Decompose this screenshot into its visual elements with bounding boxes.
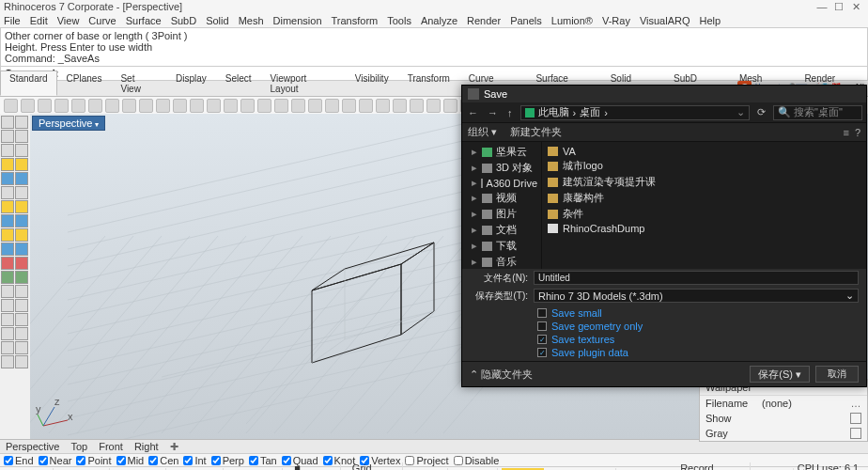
nav-back-button[interactable]: ← [466,107,480,118]
toolbar-button[interactable] [393,99,407,113]
browse-button[interactable]: … [850,398,861,409]
save-option[interactable]: Save textures [537,333,859,346]
toolbar-button[interactable] [38,99,52,113]
view-tab-right[interactable]: Right [134,441,159,452]
save-button[interactable]: 保存(S) ▾ [750,366,810,383]
file-item[interactable]: 杂件 [548,206,860,222]
osnap-cen[interactable]: Cen [148,455,178,466]
view-tab-top[interactable]: Top [70,441,87,452]
checkbox[interactable] [537,335,547,344]
tool-button[interactable] [15,200,28,213]
osnap-int[interactable]: Int [183,455,206,466]
expand-icon[interactable]: ▸ [472,162,478,174]
expand-icon[interactable]: ▸ [472,224,478,236]
tool-button[interactable] [15,243,28,256]
toolbar-button[interactable] [443,99,457,113]
menu-render[interactable]: Render [467,15,501,26]
breadcrumb-item[interactable]: 桌面 [580,105,600,119]
folder-tree[interactable]: ▸坚果云▸3D 对象▸A360 Drive▸视频▸图片▸文档▸下载▸音乐▸桌面 [462,142,542,269]
menu-panels[interactable]: Panels [510,15,542,26]
filetype-dropdown[interactable]: Rhino 7 3D Models (*.3dm)⌄ [534,289,859,303]
tool-button[interactable] [15,158,28,171]
osnap-mid[interactable]: Mid [116,455,145,466]
status-gridsnap[interactable]: Grid Snap [345,462,403,471]
toolbar-button[interactable] [359,99,373,113]
add-view-tab-button[interactable]: ✚ [170,441,178,453]
file-list[interactable]: VA城市logo建筑渲染专项提升课康馨构件杂件RhinoCrashDump [542,142,866,269]
file-item[interactable]: VA [548,145,860,158]
expand-icon[interactable]: ▸ [472,192,478,204]
toolbar-tab-transform[interactable]: Transform [398,70,459,96]
tool-button[interactable] [1,243,14,256]
menu-mesh[interactable]: Mesh [239,15,264,26]
tool-button[interactable] [1,299,14,312]
tool-button[interactable] [1,158,14,171]
tool-button[interactable] [1,144,14,157]
expand-icon[interactable]: ▸ [472,146,478,158]
toolbar-button[interactable] [257,99,271,113]
menu-visualarq[interactable]: VisualARQ [640,15,690,26]
tool-button[interactable] [15,257,28,270]
tool-button[interactable] [1,285,14,298]
window-maximize-button[interactable]: ☐ [830,1,847,13]
tool-button[interactable] [15,116,28,129]
osnap-checkbox[interactable] [211,456,221,465]
save-option[interactable]: Save small [537,306,859,320]
tool-button[interactable] [15,355,28,368]
tree-node[interactable]: ▸视频 [462,190,541,206]
save-option[interactable]: Save geometry only [537,320,859,333]
osnap-checkbox[interactable] [454,456,463,465]
tool-button[interactable] [1,200,14,213]
osnap-near[interactable]: Near [39,455,72,466]
toolbar-tab-display[interactable]: Display [166,70,216,96]
toolbar-button[interactable] [54,99,69,113]
nav-up-button[interactable]: ↑ [505,107,515,118]
menu-transform[interactable]: Transform [332,15,379,26]
toolbar-button[interactable] [308,99,322,113]
checkbox[interactable] [537,321,547,331]
tool-button[interactable] [1,313,14,326]
tool-button[interactable] [1,271,14,284]
menu-view[interactable]: View [57,15,80,26]
toolbar-button[interactable] [376,99,390,113]
toolbar-button[interactable] [325,99,339,113]
toolbar-button[interactable] [156,99,170,113]
menu-curve[interactable]: Curve [88,15,116,26]
breadcrumb-item[interactable]: 此电脑 [538,105,569,119]
toolbar-button[interactable] [88,99,102,113]
osnap-disable[interactable]: Disable [454,455,500,466]
tool-button[interactable] [15,271,28,284]
toolbar-tab-cplanes[interactable]: CPlanes [57,70,112,96]
toolbar-button[interactable] [4,99,18,113]
tool-button[interactable] [15,228,28,242]
osnap-checkbox[interactable] [405,456,414,465]
toolbar-button[interactable] [426,99,441,113]
save-option[interactable]: Save plugin data [537,346,859,359]
tool-button[interactable] [1,186,14,199]
window-close-button[interactable]: ✕ [847,1,864,13]
toolbar-button[interactable] [274,99,288,113]
tool-button[interactable] [1,257,14,270]
tool-button[interactable] [15,327,28,340]
toolbar-tab-viewport-layout[interactable]: Viewport Layout [261,70,346,96]
file-item[interactable]: 康馨构件 [548,190,860,206]
toolbar-tab-standard[interactable]: Standard [0,70,57,96]
toolbar-button[interactable] [410,99,424,113]
cancel-button[interactable]: 取消 [815,366,859,383]
toolbar-button[interactable] [71,99,85,113]
osnap-checkbox[interactable] [148,456,158,465]
breadcrumb-dropdown-icon[interactable]: ⌄ [736,106,745,118]
toolbar-button[interactable] [173,99,187,113]
view-tab-perspective[interactable]: Perspective [6,441,59,452]
toolbar-tab-set-view[interactable]: Set View [111,70,166,96]
osnap-checkbox[interactable] [183,456,193,465]
osnap-point[interactable]: Point [76,455,111,466]
osnap-checkbox[interactable] [4,456,13,465]
address-bar[interactable]: 此电脑 › 桌面 › ⌄ [520,105,751,120]
osnap-perp[interactable]: Perp [211,455,244,466]
toolbar-button[interactable] [190,99,204,113]
tool-button[interactable] [1,327,14,340]
menu-solid[interactable]: Solid [206,15,228,26]
menu-analyze[interactable]: Analyze [421,15,457,26]
toolbar-tab-visibility[interactable]: Visibility [346,70,398,96]
